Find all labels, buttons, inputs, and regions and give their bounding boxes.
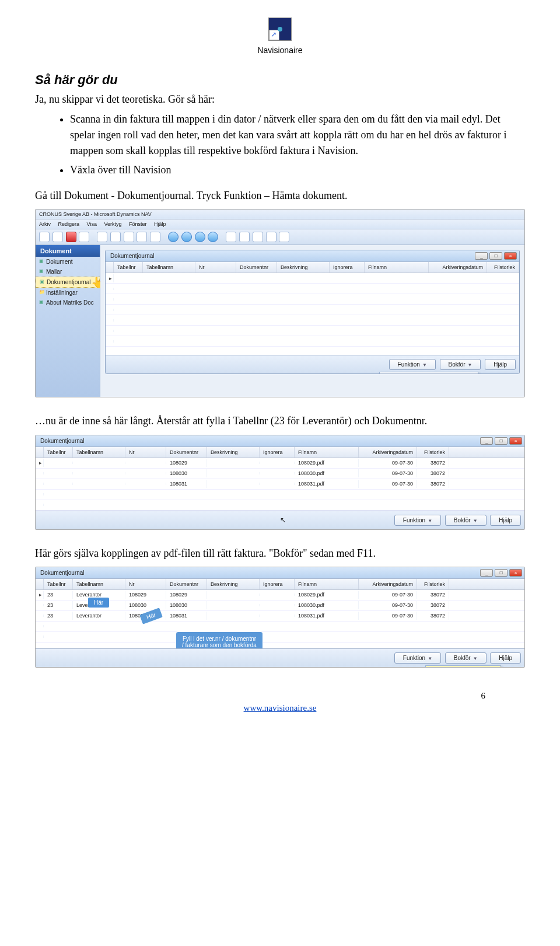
menu-item[interactable]: Hjälp — [154, 221, 166, 227]
table-row[interactable] — [106, 305, 519, 315]
table-row[interactable]: 108030108030.pdf09-07-3038072 — [36, 469, 524, 479]
sidebar-item-mallar[interactable]: Mallar — [36, 267, 100, 277]
bokfor-button[interactable]: Bokför▼ — [445, 515, 487, 526]
col-filstorlek[interactable]: Filstorlek — [487, 262, 519, 273]
sidebar-item-installningar[interactable]: Inställningar — [36, 288, 100, 298]
menu-item-bokfor[interactable]: BokförF11 — [426, 666, 501, 668]
funktion-button[interactable]: Funktion▼ — [389, 359, 436, 370]
col-tabellnamn[interactable]: Tabellnamn — [73, 447, 125, 458]
toolbar-icon[interactable] — [226, 232, 236, 242]
minimize-icon[interactable]: _ — [480, 569, 493, 577]
menu-item[interactable]: Verktyg — [104, 221, 121, 227]
col-dokumentnr[interactable]: Dokumentnr — [236, 262, 277, 273]
button-bar: Funktion▼ Bokför▼ Hjälp VisaShift+Ctrl+V… — [106, 355, 519, 373]
table-row[interactable]: 23Leverantör108031108031108031.pdf09-07-… — [36, 611, 524, 622]
nav-last-icon[interactable] — [208, 232, 218, 242]
button-bar: ↖ Funktion▼ Bokför▼ Hjälp — [36, 511, 524, 529]
close-icon[interactable]: × — [509, 437, 522, 445]
close-icon[interactable]: × — [504, 252, 517, 260]
table-row[interactable] — [36, 500, 524, 511]
col-arkivdatum[interactable]: Arkiveringsdatum — [359, 447, 417, 458]
table-row[interactable] — [106, 294, 519, 305]
table-row[interactable] — [106, 315, 519, 326]
nav-first-icon[interactable] — [168, 232, 178, 242]
menu-item[interactable]: Redigera — [58, 221, 80, 227]
toolbar-icon[interactable] — [266, 232, 276, 242]
col-filstorlek[interactable]: Filstorlek — [417, 447, 449, 458]
bokfor-dropdown: BokförF11 — [425, 665, 501, 668]
toolbar-icon[interactable] — [52, 232, 63, 242]
table-row[interactable] — [106, 284, 519, 294]
col-arkivdatum[interactable]: Arkiveringsdatum — [359, 579, 417, 589]
bokfor-button[interactable]: Bokför▼ — [440, 359, 481, 370]
col-nr[interactable]: Nr — [125, 447, 166, 458]
nav-next-icon[interactable] — [195, 232, 205, 242]
toolbar-icon[interactable] — [97, 232, 107, 242]
table-row[interactable] — [106, 326, 519, 336]
col-filnamn[interactable]: Filnamn — [365, 262, 429, 273]
col-tabellnr[interactable]: Tabellnr — [44, 447, 73, 458]
col-tabellnr[interactable]: Tabellnr — [114, 262, 143, 273]
body-paragraph: Gå till Dokument - Dokumentjournal. Tryc… — [35, 188, 525, 203]
screenshot-2: Dokumentjournal _ □ × Tabellnr Tabellnam… — [35, 435, 525, 530]
col-beskrivning[interactable]: Beskrivning — [207, 447, 260, 458]
toolbar-icon[interactable] — [124, 232, 134, 242]
toolbar-icon[interactable] — [150, 232, 160, 242]
toolbar-icon[interactable] — [279, 232, 289, 242]
maximize-icon[interactable]: □ — [495, 569, 508, 577]
menu-bar: Arkiv Redigera Visa Verktyg Fönster Hjäl… — [36, 219, 524, 229]
col-filnamn[interactable]: Filnamn — [295, 579, 359, 589]
minimize-icon[interactable]: _ — [475, 252, 488, 260]
maximize-icon[interactable]: □ — [489, 252, 502, 260]
grid-body: ▸108029108029.pdf09-07-30380721080301080… — [36, 458, 524, 511]
table-row[interactable]: ▸108029108029.pdf09-07-3038072 — [36, 458, 524, 469]
screenshot-1: CRONUS Sverige AB - Microsoft Dynamics N… — [35, 209, 525, 397]
funktion-button[interactable]: Funktion▼ — [394, 652, 441, 664]
table-row[interactable]: 108031108031.pdf09-07-3038072 — [36, 479, 524, 490]
sidebar-item-dokument[interactable]: Dokument — [36, 257, 100, 267]
col-ignorera[interactable]: Ignorera — [260, 447, 295, 458]
nav-prev-icon[interactable] — [181, 232, 192, 242]
col-beskrivning[interactable]: Beskrivning — [207, 579, 260, 589]
table-row[interactable] — [36, 490, 524, 500]
col-filnamn[interactable]: Filnamn — [295, 447, 359, 458]
col-nr[interactable]: Nr — [125, 579, 166, 589]
col-beskrivning[interactable]: Beskrivning — [277, 262, 330, 273]
hjalp-button[interactable]: Hjälp — [490, 515, 521, 526]
col-ignorera[interactable]: Ignorera — [260, 579, 295, 589]
table-row[interactable]: ▸ — [106, 273, 519, 284]
delete-icon[interactable] — [66, 232, 76, 242]
col-tabellnamn[interactable]: Tabellnamn — [73, 579, 125, 589]
funktion-button[interactable]: Funktion▼ — [394, 515, 441, 526]
sidebar-item-dokumentjournal[interactable]: Dokumentjournal 👆 — [36, 277, 100, 288]
col-tabellnamn[interactable]: Tabellnamn — [143, 262, 195, 273]
menu-item[interactable]: Arkiv — [39, 221, 51, 227]
minimize-icon[interactable]: _ — [480, 437, 493, 445]
col-filstorlek[interactable]: Filstorlek — [417, 579, 449, 589]
toolbar-icon[interactable] — [253, 232, 263, 242]
table-row[interactable] — [36, 632, 524, 643]
toolbar-icon[interactable] — [110, 232, 121, 242]
table-row[interactable] — [36, 622, 524, 632]
col-arkivdatum[interactable]: Arkiveringsdatum — [429, 262, 487, 273]
bokfor-button[interactable]: Bokför▼ — [445, 652, 487, 664]
col-tabellnr[interactable]: Tabellnr — [44, 579, 73, 589]
toolbar-icon[interactable] — [39, 232, 50, 242]
menu-item[interactable]: Fönster — [129, 221, 147, 227]
footer-link[interactable]: www.navisionaire.se — [244, 703, 317, 713]
hjalp-button[interactable]: Hjälp — [485, 359, 516, 370]
toolbar-icon[interactable] — [79, 232, 89, 242]
col-nr[interactable]: Nr — [195, 262, 236, 273]
maximize-icon[interactable]: □ — [495, 437, 508, 445]
menu-item[interactable]: Visa — [87, 221, 97, 227]
table-row[interactable] — [106, 336, 519, 347]
col-dokumentnr[interactable]: Dokumentnr — [166, 579, 207, 589]
toolbar-icon[interactable] — [239, 232, 250, 242]
col-ignorera[interactable]: Ignorera — [330, 262, 365, 273]
sidebar-item-about[interactable]: About Matriks Doc — [36, 298, 100, 308]
toolbar-icon[interactable] — [136, 232, 147, 242]
close-icon[interactable]: × — [509, 569, 522, 577]
menu-item-visa[interactable]: VisaShift+Ctrl+V — [380, 372, 478, 374]
hjalp-button[interactable]: Hjälp — [490, 652, 521, 664]
col-dokumentnr[interactable]: Dokumentnr — [166, 447, 207, 458]
